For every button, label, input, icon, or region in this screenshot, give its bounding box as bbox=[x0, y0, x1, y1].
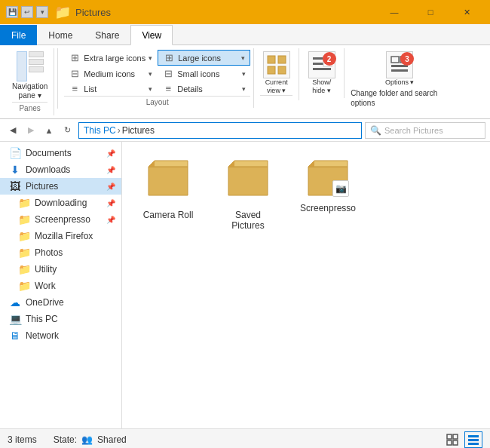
main-area: 📄 Documents 📌 ⬇ Downloads 📌 🖼 Pictures 📌… bbox=[0, 142, 490, 428]
sidebar-item-label: Screenpresso bbox=[35, 214, 90, 225]
screenpresso-label: Screenpresso bbox=[300, 203, 356, 213]
forward-button[interactable]: ▶ bbox=[23, 122, 39, 139]
svg-rect-11 bbox=[391, 69, 408, 72]
work-icon: 📁 bbox=[18, 280, 30, 292]
sidebar: 📄 Documents 📌 ⬇ Downloads 📌 🖼 Pictures 📌… bbox=[0, 142, 122, 428]
options-badge: 3 bbox=[400, 52, 414, 66]
search-placeholder: Search Pictures bbox=[384, 126, 443, 135]
svg-rect-1 bbox=[278, 56, 286, 63]
svg-rect-18 bbox=[468, 439, 479, 441]
tab-file[interactable]: File bbox=[0, 25, 37, 45]
ribbon-content: Navigationpane ▾ Panes ⊞ Extra large ico… bbox=[0, 45, 490, 119]
sidebar-item-label: Photos bbox=[35, 247, 63, 258]
up-button[interactable]: ▲ bbox=[41, 122, 57, 139]
list-icon: ≡ bbox=[69, 83, 81, 94]
path-separator: › bbox=[118, 125, 121, 136]
thispc-icon: 💻 bbox=[9, 313, 21, 325]
ribbon-options-section: 3 Options ▾ Change folder and search opt… bbox=[345, 48, 455, 111]
svg-rect-2 bbox=[268, 66, 275, 74]
item-count: 3 items bbox=[8, 434, 37, 445]
address-bar: ◀ ▶ ▲ ↻ This PC › Pictures 🔍 Search Pict… bbox=[0, 119, 490, 142]
large-icons-view-button[interactable] bbox=[443, 431, 461, 448]
svg-rect-13 bbox=[447, 434, 452, 439]
search-box[interactable]: 🔍 Search Pictures bbox=[365, 122, 485, 139]
close-button[interactable]: ✕ bbox=[449, 0, 484, 24]
window-controls: — □ ✕ bbox=[377, 0, 484, 24]
ribbon-divider-1 bbox=[57, 48, 58, 109]
layout-medium[interactable]: ⊟ Medium icons ▾ bbox=[64, 66, 157, 81]
details-icon: ≡ bbox=[162, 83, 174, 94]
sidebar-item-pictures[interactable]: 🖼 Pictures 📌 bbox=[0, 178, 121, 195]
sidebar-item-downloading[interactable]: 📁 Downloading 📌 bbox=[0, 195, 121, 211]
details-view-button[interactable] bbox=[464, 431, 482, 448]
sidebar-item-label: OneDrive bbox=[26, 297, 64, 308]
sidebar-item-downloads[interactable]: ⬇ Downloads 📌 bbox=[0, 161, 121, 178]
sidebar-item-label: Pictures bbox=[26, 181, 58, 192]
current-view-button[interactable]: Currentview ▾ bbox=[263, 51, 290, 95]
layout-small[interactable]: ⊟ Small icons ▾ bbox=[158, 66, 250, 81]
options-button[interactable]: 3 Options ▾ bbox=[385, 51, 415, 87]
navigation-pane-button[interactable]: Navigationpane ▾ bbox=[12, 51, 47, 100]
panes-label: Panes bbox=[12, 102, 47, 112]
ribbon-current-view-section: Currentview ▾ bbox=[254, 48, 299, 100]
sidebar-item-network[interactable]: 🖥 Network bbox=[0, 327, 121, 344]
layout-details[interactable]: ≡ Details ▾ bbox=[158, 81, 250, 96]
svg-rect-17 bbox=[468, 435, 479, 437]
show-hide-button[interactable]: 2 Show/hide ▾ bbox=[308, 51, 335, 95]
layout-large[interactable]: ⊞ Large icons ▾ bbox=[158, 50, 250, 66]
address-path[interactable]: This PC › Pictures bbox=[78, 122, 362, 139]
screenpresso-icon: 📁 bbox=[18, 213, 30, 226]
tab-home[interactable]: Home bbox=[37, 25, 84, 45]
sidebar-item-label: Downloads bbox=[26, 164, 70, 175]
utility-icon: 📁 bbox=[18, 263, 30, 275]
sidebar-item-documents[interactable]: 📄 Documents 📌 bbox=[0, 145, 121, 161]
sidebar-item-work[interactable]: 📁 Work bbox=[0, 278, 121, 294]
sidebar-item-utility[interactable]: 📁 Utility bbox=[0, 261, 121, 278]
sidebar-item-label: Network bbox=[26, 330, 59, 341]
camera-roll-icon bbox=[145, 159, 191, 207]
dropdown-icon[interactable]: ▾ bbox=[36, 6, 48, 18]
undo-icon[interactable]: ↩ bbox=[21, 6, 33, 18]
pin-icon: 📌 bbox=[106, 183, 115, 191]
saved-pictures-label: Saved Pictures bbox=[219, 210, 277, 231]
sidebar-item-label: Work bbox=[35, 281, 56, 291]
sidebar-item-photos[interactable]: 📁 Photos bbox=[0, 244, 121, 261]
status-bar: 3 items State: 👥 Shared bbox=[0, 428, 490, 448]
save-icon[interactable]: 💾 bbox=[6, 6, 18, 18]
sidebar-item-thispc[interactable]: 💻 This PC bbox=[0, 311, 121, 327]
back-button[interactable]: ◀ bbox=[5, 122, 21, 139]
maximize-button[interactable]: □ bbox=[413, 0, 448, 24]
svg-rect-14 bbox=[453, 434, 458, 439]
layout-grid: ⊞ Extra large icons ▾ ⊞ Large icons ▾ ⊟ … bbox=[64, 50, 250, 96]
downloading-folder-icon: 📁 bbox=[18, 197, 30, 209]
tab-view[interactable]: View bbox=[130, 25, 173, 45]
tab-share[interactable]: Share bbox=[84, 25, 130, 45]
layout-list[interactable]: ≡ List ▾ bbox=[64, 81, 157, 96]
folder-camera-roll[interactable]: Camera Roll bbox=[134, 154, 202, 226]
status-view-buttons bbox=[443, 431, 482, 448]
path-pictures[interactable]: Pictures bbox=[122, 125, 155, 136]
photos-icon: 📁 bbox=[18, 247, 30, 259]
sidebar-item-label: Mozilla Firefox bbox=[35, 231, 93, 241]
sidebar-item-label: Utility bbox=[35, 264, 57, 275]
title-bar: 💾 ↩ ▾ 📁 Pictures — □ ✕ bbox=[0, 0, 490, 24]
path-thispc[interactable]: This PC bbox=[84, 125, 116, 136]
small-icon: ⊟ bbox=[162, 68, 174, 79]
svg-rect-6 bbox=[313, 68, 331, 70]
sidebar-item-mozilla[interactable]: 📁 Mozilla Firefox bbox=[0, 228, 121, 244]
refresh-button[interactable]: ↻ bbox=[59, 122, 75, 139]
folder-grid: Camera Roll Saved Pictures bbox=[134, 154, 478, 236]
sidebar-item-label: This PC bbox=[26, 314, 58, 324]
layout-extra-large[interactable]: ⊞ Extra large icons ▾ bbox=[64, 50, 157, 66]
sidebar-item-label: Downloading bbox=[35, 198, 87, 208]
minimize-button[interactable]: — bbox=[377, 0, 412, 24]
ribbon-layout-section: ⊞ Extra large icons ▾ ⊞ Large icons ▾ ⊟ … bbox=[61, 48, 254, 108]
pin-icon: 📌 bbox=[106, 216, 115, 224]
folder-saved-pictures[interactable]: Saved Pictures bbox=[214, 154, 282, 236]
show-hide-badge: 2 bbox=[323, 52, 336, 66]
sidebar-item-label: Documents bbox=[26, 148, 72, 158]
sidebar-item-onedrive[interactable]: ☁ OneDrive bbox=[0, 294, 121, 311]
sidebar-item-screenpresso[interactable]: 📁 Screenpresso 📌 bbox=[0, 211, 121, 228]
svg-rect-9 bbox=[391, 57, 399, 63]
folder-screenpresso[interactable]: 📷 Screenpresso bbox=[294, 154, 362, 219]
